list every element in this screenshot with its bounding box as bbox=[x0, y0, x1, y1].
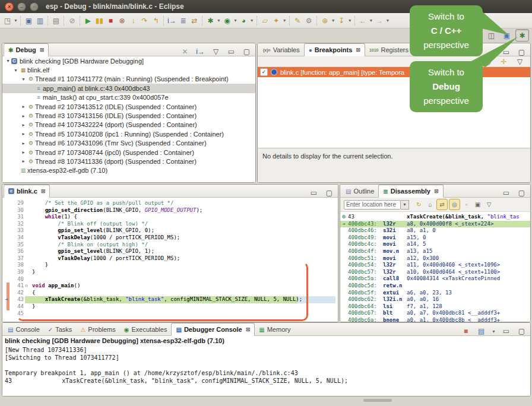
new-wizard-dropdown-icon[interactable]: ▼ bbox=[14, 18, 18, 23]
debug-tree-item[interactable]: ▸⚙Thread #8 1073411336 (dport) (Suspende… bbox=[2, 157, 255, 166]
display-selected-console-icon[interactable]: ▤ bbox=[476, 325, 487, 337]
forward-icon[interactable]: → bbox=[374, 15, 385, 27]
maximize-icon[interactable]: ▢ bbox=[516, 325, 527, 337]
maximize-icon[interactable]: ▢ bbox=[241, 46, 252, 58]
debug-tree-item[interactable]: ▾Cblink checking [GDB Hardware Debugging… bbox=[2, 56, 255, 65]
suspend-icon[interactable]: ▮▮ bbox=[94, 15, 105, 27]
view-menu-icon[interactable]: ▽ bbox=[484, 199, 494, 210]
collapsed-arrow-icon[interactable]: ▸ bbox=[20, 131, 27, 137]
close-icon[interactable]: ⊠ bbox=[40, 47, 45, 53]
location-dropdown-icon[interactable]: ▼ bbox=[401, 200, 409, 210]
close-icon[interactable]: ⊠ bbox=[434, 188, 439, 194]
expanded-arrow-icon[interactable]: ▾ bbox=[20, 77, 27, 82]
window-close-button[interactable]: ✕ bbox=[5, 2, 14, 11]
debug-tree-item[interactable]: ≡main_task() at cpu_start.c:339 0x400d05… bbox=[2, 93, 255, 102]
breakpoint-row[interactable]: ✓ blink.c [function: app_main] [type: Te… bbox=[258, 67, 530, 77]
tab-disassembly[interactable]: ≣Disassembly⊠ bbox=[378, 185, 443, 198]
tab-problems[interactable]: ⚠Problems bbox=[76, 323, 119, 335]
c-cpp-perspective-button[interactable]: ▣ bbox=[500, 29, 514, 42]
open-element-dropdown-icon[interactable]: ▼ bbox=[283, 18, 287, 23]
expanded-arrow-icon[interactable]: ▾ bbox=[12, 68, 19, 73]
close-icon[interactable]: ⊠ bbox=[246, 326, 251, 332]
collapsed-arrow-icon[interactable]: ▸ bbox=[20, 150, 27, 155]
minimize-icon[interactable]: ▭ bbox=[501, 187, 512, 199]
last-edit-location-icon[interactable]: ↧ bbox=[336, 15, 347, 27]
pin-view-icon[interactable]: ▣ bbox=[473, 199, 483, 210]
display-selected-console-dropdown-icon[interactable]: ▼ bbox=[492, 329, 496, 334]
view-menu-icon[interactable]: ▽ bbox=[210, 46, 221, 58]
show-breakpoints-supported-icon[interactable]: ◉ bbox=[482, 56, 493, 68]
instruction-stepping-icon[interactable]: i→ bbox=[166, 15, 178, 27]
external-tools-menu-icon[interactable]: ◕ bbox=[238, 15, 249, 27]
save-all-icon[interactable]: ▥ bbox=[34, 15, 46, 27]
window-maximize-button[interactable]: ▫ bbox=[30, 2, 39, 11]
tab-executables[interactable]: ◉Executables bbox=[120, 323, 172, 335]
debug-tree-item[interactable]: ▸⚙Thread #2 1073413512 (IDLE) (Suspended… bbox=[2, 102, 255, 111]
tab-console[interactable]: ▤Console bbox=[4, 323, 44, 335]
open-perspective-button[interactable]: ◫ bbox=[484, 29, 498, 42]
disconnect-icon[interactable]: ⊗ bbox=[116, 15, 128, 27]
terminate-console-icon[interactable]: ■ bbox=[460, 325, 471, 337]
back-icon[interactable]: ← bbox=[357, 15, 369, 27]
debug-tree-item[interactable]: ▾⚙Thread #1 1073411772 (main : Running) … bbox=[2, 75, 255, 84]
debug-tree-item[interactable]: ≡app_main() at blink.c:43 0x400dbc43 bbox=[2, 84, 255, 93]
debug-tree-item[interactable]: ▸⚙Thread #4 1073432224 (dport) (Suspende… bbox=[2, 120, 255, 129]
refresh-icon[interactable]: ↻ bbox=[414, 199, 424, 210]
minimize-icon[interactable]: ▭ bbox=[308, 187, 319, 199]
maximize-icon[interactable]: ▢ bbox=[516, 46, 527, 58]
run-menu-dropdown-icon[interactable]: ▼ bbox=[233, 18, 238, 23]
mark-occurrences-icon[interactable]: ✎ bbox=[292, 15, 303, 27]
pin-editor-icon[interactable]: ⊕ bbox=[319, 15, 331, 27]
tab-breakpoints[interactable]: ●Breakpoints⊠ bbox=[304, 43, 365, 56]
terminate-icon[interactable]: ■ bbox=[105, 15, 116, 27]
collapsed-arrow-icon[interactable]: ▸ bbox=[20, 141, 27, 146]
console-output[interactable]: blink checking [GDB Hardware Debugging] … bbox=[2, 336, 530, 396]
debug-tree-item[interactable]: ▸⚙Thread #6 1073431096 (Tmr Svc) (Suspen… bbox=[2, 139, 255, 148]
maximize-icon[interactable]: ▢ bbox=[324, 187, 335, 199]
collapsed-arrow-icon[interactable]: ▸ bbox=[20, 104, 27, 109]
location-input[interactable]: Enter location here bbox=[344, 200, 401, 210]
minimize-icon[interactable]: ▭ bbox=[501, 325, 512, 337]
tab-memory[interactable]: ▦Memory bbox=[255, 323, 294, 335]
close-icon[interactable]: ⊠ bbox=[41, 188, 46, 194]
new-wizard-icon[interactable]: ◳ bbox=[2, 15, 13, 27]
use-step-filters-icon[interactable]: ≣ bbox=[178, 15, 189, 27]
collapsed-arrow-icon[interactable]: ▸ bbox=[20, 122, 27, 128]
debug-tree-item[interactable]: ▾▦blink.elf bbox=[2, 65, 255, 74]
last-edit-location-dropdown-icon[interactable]: ▼ bbox=[348, 18, 352, 23]
debug-menu-dropdown-icon[interactable]: ▼ bbox=[217, 18, 221, 23]
debug-tree-item[interactable]: ▸⚙Thread #7 1073408744 (ipc0) (Suspended… bbox=[2, 148, 255, 157]
breakpoint-checkbox[interactable]: ✓ bbox=[260, 68, 268, 76]
home-icon[interactable]: ⌂ bbox=[425, 199, 435, 210]
save-icon[interactable]: ▣ bbox=[23, 15, 34, 27]
close-icon[interactable]: ⊠ bbox=[356, 47, 360, 53]
remove-all-terminated-icon[interactable]: ✕ bbox=[179, 46, 191, 58]
debug-perspective-button[interactable]: ✱ bbox=[515, 29, 529, 42]
window-minimize-button[interactable]: – bbox=[17, 2, 26, 11]
maximize-icon[interactable]: ▢ bbox=[516, 187, 527, 199]
tab-tasks[interactable]: ✓Tasks bbox=[44, 323, 77, 335]
tab-blink-c[interactable]: c blink.c ⊠ bbox=[4, 185, 50, 198]
build-configurations-icon[interactable]: ⚙ bbox=[303, 15, 315, 27]
step-into-icon[interactable]: ↓ bbox=[128, 15, 139, 27]
debug-thread-tree[interactable]: ▾Cblink checking [GDB Hardware Debugging… bbox=[2, 56, 255, 182]
open-element-icon[interactable]: ✦ bbox=[271, 15, 282, 27]
instruction-stepping-toggle-icon[interactable]: i→ bbox=[195, 46, 206, 58]
debug-tree-item[interactable]: ▸⚙Thread #5 1073410208 (ipc1 : Running) … bbox=[2, 129, 255, 138]
step-return-icon[interactable]: ↰ bbox=[150, 15, 162, 27]
debug-menu-icon[interactable]: ✱ bbox=[205, 15, 216, 27]
debug-tree-item[interactable]: ▸⚙Thread #3 1073413156 (IDLE) (Suspended… bbox=[2, 111, 255, 120]
tab-outline[interactable]: ▤Outline bbox=[341, 185, 378, 197]
debug-tree-item[interactable]: ▥xtensa-esp32-elf-gdb (7.10) bbox=[2, 166, 255, 175]
pin-editor-dropdown-icon[interactable]: ▼ bbox=[331, 18, 335, 23]
tab-registers[interactable]: 1010Registers bbox=[365, 44, 413, 56]
skip-all-breakpoints-icon[interactable]: ⊘ bbox=[66, 15, 78, 27]
back-dropdown-icon[interactable]: ▼ bbox=[369, 18, 373, 23]
restart-icon[interactable]: ⇄ bbox=[189, 15, 200, 27]
new-project-icon[interactable]: ▱ bbox=[259, 15, 271, 27]
build-icon[interactable]: ▤ bbox=[50, 15, 62, 27]
open-new-view-icon[interactable]: ▫ bbox=[461, 199, 471, 210]
tab-variables[interactable]: (x)=Variables bbox=[259, 44, 304, 56]
run-menu-icon[interactable]: ◉ bbox=[221, 15, 233, 27]
minimize-icon[interactable]: ▭ bbox=[501, 46, 512, 58]
